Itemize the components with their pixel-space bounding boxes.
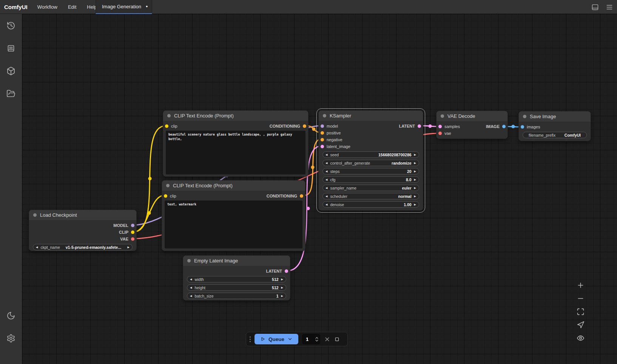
- clear-queue-x-icon[interactable]: [324, 336, 330, 342]
- menu-workflow[interactable]: Workflow: [37, 4, 57, 10]
- width-widget[interactable]: ◀ width 512 ▶: [187, 276, 286, 282]
- queue-icon[interactable]: [6, 44, 15, 53]
- node-clip-text-encode-positive[interactable]: CLIP Text Encode (Prompt) clip CONDITION…: [163, 110, 308, 177]
- toggle-links-eye-icon[interactable]: [577, 334, 585, 342]
- seed-widget[interactable]: ◀ seed 156680208700286 ▶: [322, 151, 419, 158]
- sampler-name-widget[interactable]: ◀ sampler_name euler ▶: [322, 185, 419, 191]
- interrupt-stop-icon[interactable]: [334, 336, 340, 342]
- increment-arrow-icon[interactable]: ▶: [414, 153, 416, 156]
- node-load-checkpoint[interactable]: Load Checkpoint MODEL CLIP VAE ◀: [29, 210, 137, 251]
- node-canvas[interactable]: Load Checkpoint MODEL CLIP VAE ◀: [22, 14, 617, 364]
- decrement-arrow-icon[interactable]: ◀: [190, 286, 192, 289]
- decrement-arrow-icon[interactable]: ◀: [325, 187, 327, 189]
- increment-arrow-icon[interactable]: ▶: [414, 162, 416, 164]
- input-port-latent-image[interactable]: [321, 145, 324, 148]
- increment-arrow-icon[interactable]: ▶: [414, 203, 416, 206]
- input-port-samples[interactable]: [438, 125, 442, 128]
- output-port-model[interactable]: [131, 224, 134, 227]
- select-mode-icon[interactable]: [577, 321, 585, 329]
- filename-prefix-widget[interactable]: filename_prefix ComfyUI: [523, 132, 587, 138]
- zoom-in-icon[interactable]: [577, 281, 585, 289]
- batch-count-input[interactable]: 1: [302, 334, 320, 344]
- zoom-out-icon[interactable]: [577, 295, 585, 302]
- collapse-dot-icon[interactable]: [441, 114, 444, 118]
- fit-view-icon[interactable]: [577, 308, 585, 316]
- decrement-arrow-icon[interactable]: ◀: [325, 195, 327, 197]
- settings-gear-icon[interactable]: [6, 334, 15, 343]
- increment-arrow-icon[interactable]: ▶: [414, 187, 416, 189]
- decrement-arrow-icon[interactable]: ◀: [190, 278, 192, 281]
- node-vae-decode[interactable]: VAE Decode samples IMAGE vae: [436, 111, 508, 139]
- input-port-negative[interactable]: [321, 138, 324, 142]
- output-port-conditioning[interactable]: [300, 194, 303, 198]
- increment-arrow-icon[interactable]: ▶: [128, 246, 130, 248]
- batch-size-widget[interactable]: ◀ batch_size 1 ▶: [187, 293, 286, 299]
- node-titlebar[interactable]: VAE Decode: [437, 111, 507, 121]
- height-widget[interactable]: ◀ height 512 ▶: [187, 284, 286, 291]
- node-ksampler[interactable]: KSampler model LATENT positive negative: [318, 110, 423, 211]
- collapse-dot-icon[interactable]: [33, 213, 37, 217]
- input-port-vae[interactable]: [438, 132, 442, 135]
- input-port-images[interactable]: [521, 125, 524, 129]
- output-port-vae[interactable]: [131, 238, 134, 241]
- steps-widget[interactable]: ◀ steps 20 ▶: [322, 168, 419, 174]
- node-titlebar[interactable]: Load Checkpoint: [29, 210, 136, 220]
- stepper-up-icon[interactable]: [315, 336, 319, 339]
- increment-arrow-icon[interactable]: ▶: [414, 170, 416, 173]
- input-port-positive[interactable]: [321, 131, 324, 135]
- input-port-model[interactable]: [321, 125, 324, 128]
- node-clip-text-encode-negative[interactable]: CLIP Text Encode (Prompt) clip CONDITION…: [162, 180, 305, 251]
- theme-moon-icon[interactable]: [6, 311, 15, 320]
- increment-arrow-icon[interactable]: ▶: [414, 178, 416, 181]
- queue-options-chevron-icon[interactable]: [287, 336, 293, 342]
- cfg-widget[interactable]: ◀ cfg 8.0 ▶: [322, 176, 419, 183]
- decrement-arrow-icon[interactable]: ◀: [190, 295, 192, 297]
- collapse-dot-icon[interactable]: [523, 115, 526, 118]
- denoise-widget[interactable]: ◀ denoise 1.00 ▶: [322, 201, 419, 208]
- decrement-arrow-icon[interactable]: ◀: [325, 203, 327, 206]
- hamburger-menu-icon[interactable]: [606, 3, 613, 11]
- prompt-textarea[interactable]: beautiful scenery nature glass bottle la…: [166, 131, 305, 174]
- history-icon[interactable]: [6, 21, 15, 30]
- decrement-arrow-icon[interactable]: ◀: [325, 153, 327, 156]
- decrement-arrow-icon[interactable]: ◀: [325, 162, 327, 164]
- output-port-latent[interactable]: [285, 270, 288, 273]
- collapse-dot-icon[interactable]: [187, 259, 191, 262]
- collapse-dot-icon[interactable]: [166, 184, 170, 187]
- decrement-arrow-icon[interactable]: ◀: [36, 246, 38, 248]
- workflow-tab[interactable]: Image Generation ●: [96, 0, 152, 14]
- output-port-latent[interactable]: [418, 125, 421, 128]
- collapse-dot-icon[interactable]: [323, 114, 326, 117]
- model-library-icon[interactable]: [6, 66, 15, 76]
- increment-arrow-icon[interactable]: ▶: [414, 195, 416, 197]
- scheduler-widget[interactable]: ◀ scheduler normal ▶: [322, 193, 419, 199]
- output-port-image[interactable]: [502, 125, 506, 128]
- drag-handle[interactable]: [250, 336, 251, 342]
- queue-button[interactable]: Queue: [255, 334, 298, 344]
- prompt-textarea[interactable]: text, watermark: [165, 201, 302, 248]
- widget-name: scheduler: [330, 194, 347, 199]
- node-titlebar[interactable]: Save Image: [519, 111, 591, 122]
- input-port-clip[interactable]: [164, 194, 167, 198]
- node-empty-latent-image[interactable]: Empty Latent Image LATENT ◀ width 512 ▶ …: [183, 255, 290, 301]
- control-after-generate-widget[interactable]: ◀ control_after_generate randomize ▶: [322, 160, 419, 166]
- output-port-conditioning[interactable]: [303, 125, 306, 128]
- increment-arrow-icon[interactable]: ▶: [281, 278, 283, 281]
- increment-arrow-icon[interactable]: ▶: [281, 286, 283, 289]
- stepper-down-icon[interactable]: [315, 339, 319, 342]
- node-titlebar[interactable]: Empty Latent Image: [183, 256, 290, 266]
- ckpt-name-widget[interactable]: ◀ ckpt_name v1-5-pruned-emaonly.safete..…: [33, 244, 133, 250]
- node-titlebar[interactable]: KSampler: [319, 111, 423, 121]
- decrement-arrow-icon[interactable]: ◀: [325, 170, 327, 173]
- node-save-image[interactable]: Save Image images filename_prefix ComfyU…: [518, 111, 591, 141]
- node-titlebar[interactable]: CLIP Text Encode (Prompt): [163, 111, 308, 121]
- bottom-panel-icon[interactable]: [591, 3, 599, 11]
- increment-arrow-icon[interactable]: ▶: [281, 295, 283, 297]
- node-titlebar[interactable]: CLIP Text Encode (Prompt): [162, 180, 305, 191]
- workflows-folder-icon[interactable]: [6, 89, 15, 98]
- menu-edit[interactable]: Edit: [68, 4, 76, 10]
- output-port-clip[interactable]: [131, 231, 134, 234]
- input-port-clip[interactable]: [165, 125, 168, 128]
- decrement-arrow-icon[interactable]: ◀: [325, 178, 327, 181]
- collapse-dot-icon[interactable]: [167, 114, 171, 117]
